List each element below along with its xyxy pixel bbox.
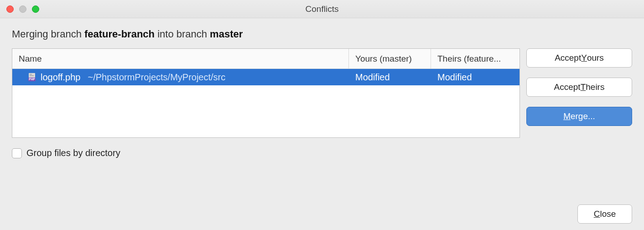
group-by-directory-label: Group files by directory bbox=[26, 148, 120, 158]
conflicts-table: Name Yours (master) Theirs (feature... bbox=[12, 48, 520, 138]
column-header-yours[interactable]: Yours (master) bbox=[349, 49, 431, 68]
group-by-directory-row: Group files by directory bbox=[12, 148, 632, 158]
php-file-icon: PHP bbox=[28, 73, 37, 82]
action-buttons: Accept Yours Accept Theirs Merge... bbox=[526, 48, 632, 138]
table-row[interactable]: PHP logoff.php ~/PhpstormProjects/MyProj… bbox=[12, 69, 519, 85]
heading-middle: into branch bbox=[155, 28, 210, 40]
column-header-theirs[interactable]: Theirs (feature... bbox=[431, 49, 519, 68]
svg-rect-1 bbox=[30, 74, 32, 75]
accept-yours-button[interactable]: Accept Yours bbox=[526, 48, 632, 68]
minimize-window-button[interactable] bbox=[19, 5, 26, 13]
row-yours-status: Modified bbox=[349, 72, 431, 83]
dialog-footer: Close bbox=[566, 204, 644, 224]
file-directory: ~/PhpstormProjects/MyProject/src bbox=[88, 72, 226, 83]
titlebar: Conflicts bbox=[0, 0, 644, 18]
table-header: Name Yours (master) Theirs (feature... bbox=[12, 49, 519, 69]
window-title: Conflicts bbox=[0, 4, 644, 14]
accept-theirs-button[interactable]: Accept Theirs bbox=[526, 78, 632, 97]
merge-button[interactable]: Merge... bbox=[526, 107, 632, 126]
svg-text:PHP: PHP bbox=[29, 78, 35, 81]
heading-target-branch: master bbox=[210, 28, 243, 40]
zoom-window-button[interactable] bbox=[32, 5, 39, 13]
file-name: logoff.php bbox=[41, 72, 81, 83]
close-window-button[interactable] bbox=[6, 5, 14, 13]
window-controls bbox=[6, 5, 39, 13]
heading-source-branch: feature-branch bbox=[84, 28, 155, 40]
group-by-directory-checkbox[interactable] bbox=[12, 148, 22, 158]
close-button[interactable]: Close bbox=[577, 204, 632, 224]
row-theirs-status: Modified bbox=[431, 72, 519, 83]
heading-prefix: Merging branch bbox=[12, 28, 84, 40]
dialog-heading: Merging branch feature-branch into branc… bbox=[12, 28, 632, 40]
column-header-name[interactable]: Name bbox=[12, 49, 349, 68]
svg-rect-2 bbox=[30, 75, 34, 76]
